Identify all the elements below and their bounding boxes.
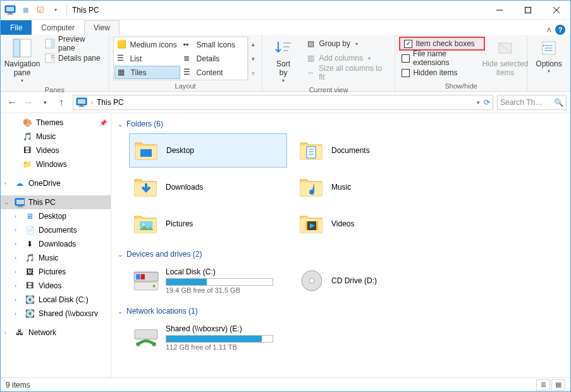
svg-rect-14 [20,39,31,57]
details-pane-button[interactable]: Details pane [42,51,105,65]
address-dropdown-icon[interactable]: ▾ [477,99,480,106]
ribbon-group-show-hide: Item check boxes File name extensions Hi… [395,35,527,91]
section-drives-header[interactable]: ⌄Devices and drives (2) [118,247,564,261]
help-icon[interactable]: ? [555,25,565,35]
tree-item-music2[interactable]: ›🎵Music [1,251,111,265]
folder-tile-desktop[interactable]: Desktop [129,133,287,168]
layout-medium-icons[interactable]: 🟨Medium icons [114,38,180,51]
search-input[interactable]: Search Th… 🔍 [497,95,567,110]
window-controls [485,1,570,19]
layout-tiles[interactable]: ▦Tiles [114,66,180,79]
refresh-icon[interactable]: ⟳ [484,98,490,107]
chevron-down-icon: ⌄ [118,121,123,128]
folder-tile-videos[interactable]: Videos [295,207,453,241]
minimize-button[interactable] [485,1,513,19]
back-button[interactable]: ← [4,95,20,110]
add-columns-label: Add columns [319,54,363,63]
maximize-button[interactable] [513,1,542,19]
section-network-header[interactable]: ⌄Network locations (1) [118,304,564,318]
options-button[interactable]: Options▾ [531,37,567,76]
divider [66,4,67,16]
layout-group-label: Layout [113,81,258,91]
thumbnails-view-button[interactable]: ▦ [551,379,565,391]
panes-group-label: Panes [4,85,105,95]
drive-tile-cd[interactable]: CD Drive (D:) [295,264,453,298]
show-hide-group-label: Show/hide [399,81,523,91]
computer-icon [76,97,87,108]
pin-icon: 📌 [99,119,107,126]
tree-item-videos2[interactable]: ›🎞Videos [1,279,111,293]
tree-item-music[interactable]: 🎵Music [1,130,111,144]
collapse-ribbon-icon[interactable]: ᐱ [547,27,551,34]
folder-tile-music[interactable]: Music [295,170,453,204]
tree-item-documents[interactable]: ›📄Documents [1,223,111,237]
drive-tile-local-disk[interactable]: Local Disk (C:) 19.4 GB free of 31.5 GB [129,264,287,298]
svg-rect-16 [51,39,54,48]
folder-tile-documents[interactable]: Documents [295,133,453,168]
navigation-tree[interactable]: 🎨Themes📌 🎵Music 🎞Videos 📁Windows ›☁OneDr… [1,113,111,377]
storage-bar [166,335,273,343]
tree-item-this-pc[interactable]: ⌄This PC [1,195,111,209]
sort-by-button[interactable]: Sort by▾ [266,37,301,85]
details-pane-label: Details pane [58,54,101,63]
file-name-extensions-toggle[interactable]: File name extensions [399,51,485,65]
address-bar[interactable]: › This PC ▾ ⟳ [73,95,493,110]
tree-item-local-disk[interactable]: ›💽Local Disk (C:) [1,293,111,307]
content-pane[interactable]: ⌄Folders (6) Desktop Documents Downloads… [111,113,570,377]
tab-computer[interactable]: Computer [32,20,84,35]
size-columns-button[interactable]: ↔Size all columns to fit [304,66,391,80]
scroll-up-icon[interactable]: ▴ [249,37,258,51]
folder-tile-pictures[interactable]: Pictures [129,207,287,241]
app-icon[interactable] [3,3,17,17]
add-columns-button[interactable]: ▥Add columns▾ [304,51,391,65]
tree-item-videos[interactable]: 🎞Videos [1,144,111,157]
navigation-pane-button[interactable]: Navigation pane ▾ [4,37,40,85]
section-folders-header[interactable]: ⌄Folders (6) [118,117,564,131]
qat-check-icon[interactable]: ☑ [34,3,47,17]
tree-item-themes[interactable]: 🎨Themes📌 [1,116,111,130]
breadcrumb[interactable]: This PC [97,98,124,107]
preview-pane-button[interactable]: Preview pane [42,37,105,51]
tab-file[interactable]: File [1,20,32,35]
tab-view[interactable]: View [84,20,120,35]
tree-item-windows[interactable]: 📁Windows [1,157,111,171]
tree-item-network[interactable]: ›🖧Network [1,326,111,340]
tree-item-shared[interactable]: ›💽Shared (\\vboxsrv [1,307,111,321]
close-button[interactable] [542,1,570,19]
folder-tile-downloads[interactable]: Downloads [129,170,287,204]
up-button[interactable]: ↑ [54,95,69,110]
details-view-button[interactable]: ≣ [536,379,550,391]
navigation-row: ← → ▾ ↑ › This PC ▾ ⟳ Search Th… 🔍 [1,92,570,113]
tree-item-pictures[interactable]: ›🖼Pictures [1,265,111,279]
options-label: Options [536,59,562,68]
network-drive-tile[interactable]: Shared (\\vboxsrv) (E:) 112 GB free of 1… [129,321,287,355]
svg-rect-37 [316,221,318,230]
svg-point-34 [142,223,145,226]
search-placeholder: Search Th… [500,98,543,107]
hide-selected-label: Hide selected items [482,59,529,78]
checkbox-icon [402,69,410,77]
qat-properties-icon[interactable]: ▦ [18,3,32,17]
scroll-more-icon[interactable]: ▿ [249,66,258,80]
group-by-button[interactable]: ▤Group by▾ [304,37,391,51]
layout-content[interactable]: ☰Content [181,66,247,79]
layout-list[interactable]: ☰List [114,52,180,65]
tree-item-onedrive[interactable]: ›☁OneDrive [1,176,111,190]
item-check-boxes-toggle[interactable]: Item check boxes [399,37,485,51]
search-icon: 🔍 [554,98,563,107]
chevron-right-icon[interactable]: › [91,99,93,106]
svg-point-39 [309,278,314,283]
hide-selected-items-button[interactable]: Hide selected items [488,37,523,79]
qat-dropdown-icon[interactable]: ▾ [49,3,63,17]
checkbox-icon [402,54,410,63]
layout-gallery-scroll[interactable]: ▴▾▿ [248,37,258,80]
tree-item-desktop[interactable]: ›🖥Desktop [1,209,111,223]
layout-small-icons[interactable]: ▪▪Small icons [181,38,247,51]
scroll-down-icon[interactable]: ▾ [249,51,258,66]
forward-button[interactable]: → [21,95,36,110]
tree-item-downloads[interactable]: ›⬇Downloads [1,237,111,251]
layout-details[interactable]: ≣Details [181,52,247,65]
hidden-items-toggle[interactable]: Hidden items [399,66,485,80]
svg-rect-10 [525,7,531,13]
recent-locations-button[interactable]: ▾ [37,95,52,110]
